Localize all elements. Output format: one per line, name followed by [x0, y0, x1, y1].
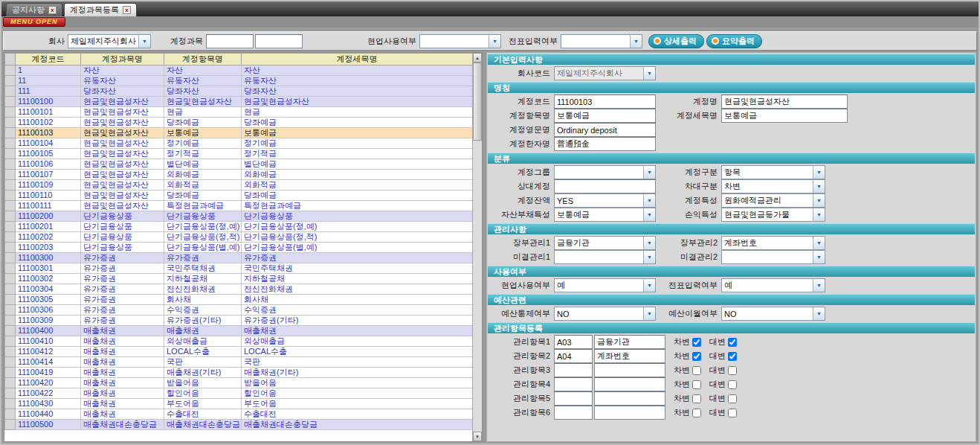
row-selector-cell[interactable]: [5, 409, 16, 420]
grid-cell[interactable]: 11100422: [16, 388, 81, 399]
debit-checkbox[interactable]: [692, 366, 701, 375]
grid-cell[interactable]: 11100101: [16, 107, 81, 118]
grid-cell[interactable]: 매출채권: [81, 336, 164, 347]
grid-row[interactable]: 11100105현금및현금성자산정기적금정기적금: [5, 149, 473, 159]
grid-cell[interactable]: 유가증권: [81, 295, 164, 305]
grid-cell[interactable]: 11100300: [16, 253, 81, 263]
credit-checkbox[interactable]: [728, 409, 737, 417]
grid-row[interactable]: 11100107현금및현금성자산외화예금외화예금: [5, 170, 473, 180]
scroll-down-icon[interactable]: ▼: [473, 432, 482, 441]
col-header-code[interactable]: 계정코드: [16, 54, 81, 65]
account-name-search-input[interactable]: [255, 34, 303, 48]
row-selector-cell[interactable]: [5, 274, 16, 284]
row-selector-cell[interactable]: [5, 170, 16, 180]
grid-cell[interactable]: 유가증권: [81, 284, 164, 295]
grid-cell[interactable]: 부도어음: [164, 399, 242, 409]
pending2-select[interactable]: ▼: [721, 250, 825, 264]
credit-checkbox[interactable]: [728, 394, 737, 403]
grid-row[interactable]: 1자산자산자산: [5, 65, 473, 76]
tab-notice[interactable]: 공지사항 x: [6, 3, 62, 16]
grid-cell[interactable]: 유가증권: [81, 274, 164, 284]
row-selector-cell[interactable]: [5, 128, 16, 138]
grid-cell[interactable]: 단기금융상품: [81, 211, 164, 222]
grid-cell[interactable]: 단기금융상품: [81, 232, 164, 243]
counter-account-input[interactable]: [554, 179, 656, 193]
grid-cell[interactable]: 현금및현금성자산: [81, 201, 164, 211]
grid-cell[interactable]: 11100103: [16, 128, 81, 138]
grid-row[interactable]: 11100103현금및현금성자산보통예금보통예금: [5, 128, 473, 138]
grid-cell[interactable]: 매출채권: [81, 326, 164, 336]
grid-cell[interactable]: 단기금융상품: [81, 243, 164, 253]
credit-checkbox[interactable]: [728, 366, 737, 375]
grid-row[interactable]: 11100101현금및현금성자산현금현금: [5, 107, 473, 118]
credit-checkbox[interactable]: [728, 352, 737, 361]
grid-cell[interactable]: 11100203: [16, 243, 81, 253]
row-selector-cell[interactable]: [5, 211, 16, 222]
grid-cell[interactable]: 현금및현금성자산: [81, 170, 164, 180]
grid-cell[interactable]: 11100412: [16, 347, 81, 357]
row-selector-cell[interactable]: [5, 243, 16, 253]
grid-row[interactable]: 11100414매출채권국판국판: [5, 357, 473, 368]
grid-cell[interactable]: 보통예금: [242, 128, 473, 138]
grid-cell[interactable]: 유가증권: [81, 305, 164, 316]
budget-control-select[interactable]: NO ▼: [554, 307, 656, 321]
grid-cell[interactable]: LOCAL수출: [242, 347, 473, 357]
account-trait-select[interactable]: 원화예적금관리 ▼: [721, 193, 825, 208]
row-selector-cell[interactable]: [5, 180, 16, 191]
row-selector-cell[interactable]: [5, 388, 16, 399]
row-selector-cell[interactable]: [5, 357, 16, 368]
grid-cell[interactable]: 현금및현금성자산: [81, 97, 164, 107]
menu-open-button[interactable]: MENU OPEN: [3, 17, 65, 27]
mgmt-item-code-input[interactable]: [554, 391, 593, 406]
row-selector-cell[interactable]: [5, 86, 16, 97]
debit-checkbox[interactable]: [692, 338, 701, 347]
grid-cell[interactable]: 받을어음: [164, 378, 242, 388]
grid-cell[interactable]: 매출채권: [81, 388, 164, 399]
grid-row[interactable]: 11100302유가증권지하철공채지하철공채: [5, 274, 473, 284]
close-icon[interactable]: x: [48, 6, 57, 14]
grid-row[interactable]: 111당좌자산당좌자산당좌자산: [5, 86, 473, 97]
account-balance-select[interactable]: YES ▼: [554, 193, 656, 208]
grid-cell[interactable]: 매출채권(기타): [164, 368, 242, 378]
grid-cell[interactable]: 현금및현금성자산: [81, 149, 164, 159]
scrollbar-thumb[interactable]: [473, 63, 482, 141]
grid-cell[interactable]: 단기금융상품(정,예): [242, 222, 473, 232]
grid-cell[interactable]: 전신전화채권: [164, 284, 242, 295]
grid-cell[interactable]: 정기예금: [242, 138, 473, 149]
grid-cell[interactable]: 11100410: [16, 336, 81, 347]
grid-cell[interactable]: 수출대전: [242, 409, 473, 420]
grid-cell[interactable]: 부도어음: [242, 399, 473, 409]
grid-cell[interactable]: 외화예금: [164, 170, 242, 180]
grid-cell[interactable]: 받을어음: [242, 378, 473, 388]
col-header-item[interactable]: 계정항목명: [164, 54, 242, 65]
grid-cell[interactable]: 매출채권: [81, 378, 164, 388]
grid-cell[interactable]: 매출채권대손충당금: [164, 420, 242, 430]
grid-row[interactable]: 11100104현금및현금성자산정기예금정기예금: [5, 138, 473, 149]
grid-row[interactable]: 11100102현금및현금성자산당좌예금당좌예금: [5, 118, 473, 128]
grid-row[interactable]: 11100419매출채권매출채권(기타)매출채권(기타): [5, 368, 473, 378]
row-selector-cell[interactable]: [5, 420, 16, 430]
mgmt-item-name-input[interactable]: [594, 349, 665, 363]
row-selector-cell[interactable]: [5, 336, 16, 347]
scroll-up-icon[interactable]: ▲: [473, 53, 482, 63]
grid-cell[interactable]: 11100105: [16, 149, 81, 159]
grid-row[interactable]: 11100300유가증권유가증권유가증권: [5, 253, 473, 263]
mgmt-item-name-input[interactable]: [594, 335, 665, 349]
grid-cell[interactable]: 단기금융상품: [242, 211, 473, 222]
hanja-name-input[interactable]: [554, 137, 656, 151]
grid-cell[interactable]: 단기금융상품(별,예): [242, 243, 473, 253]
detail-print-button[interactable]: 상세출력: [648, 34, 704, 48]
row-selector-cell[interactable]: [5, 368, 16, 378]
row-selector-cell[interactable]: [5, 253, 16, 263]
account-code-input[interactable]: [554, 95, 656, 109]
grid-cell[interactable]: 수익증권: [164, 305, 242, 316]
company-code-select[interactable]: 제일제지주식회사 ▼: [554, 66, 656, 80]
grid-row[interactable]: 11100440매출채권수출대전수출대전: [5, 409, 473, 420]
grid-row[interactable]: 11100111현금및현금성자산특정현금과예금특정현금과예금: [5, 201, 473, 211]
grid-row[interactable]: 11100305유가증권회사채회사채: [5, 295, 473, 305]
mgmt-item-name-input[interactable]: [594, 363, 665, 377]
grid-row[interactable]: 11100106현금및현금성자산별단예금별단예금: [5, 159, 473, 170]
row-selector-cell[interactable]: [5, 347, 16, 357]
grid-cell[interactable]: 단기금융상품: [164, 211, 242, 222]
grid-cell[interactable]: 보통예금: [164, 128, 242, 138]
